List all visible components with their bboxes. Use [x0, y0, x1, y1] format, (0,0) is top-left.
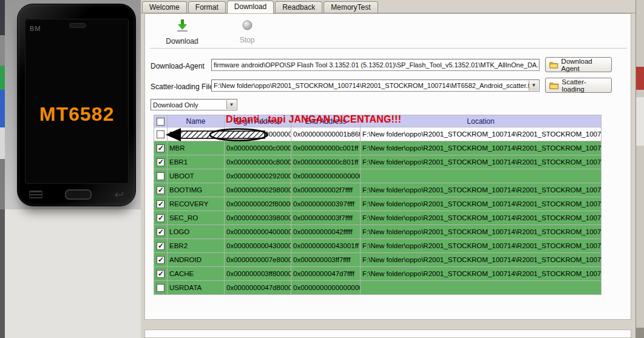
location-cell: F:\New folder\oppo\R2001_STOCKROM_100714… — [361, 239, 602, 253]
phone-speaker — [69, 23, 86, 28]
scatter-dropdown-arrow[interactable]: ▼ — [529, 81, 538, 90]
checkbox-cell — [154, 281, 168, 295]
location-cell — [361, 169, 602, 183]
toolbar-separator — [150, 48, 627, 49]
tab-download[interactable]: Download — [227, 1, 274, 13]
partition-checkbox-usrdata[interactable] — [157, 284, 164, 292]
scatter-label: Scatter-loading File — [151, 83, 213, 91]
checkbox-cell — [154, 225, 168, 239]
right-edge-red-segment — [636, 67, 644, 90]
tab-format[interactable]: Format — [188, 1, 226, 13]
partition-checkbox-logo[interactable] — [157, 228, 164, 236]
location-cell: F:\New folder\oppo\R2001_STOCKROM_100714… — [361, 197, 602, 211]
end-address-cell: 0x0000000047d7ffff — [291, 267, 361, 281]
stop-button[interactable]: Stop — [233, 20, 261, 44]
partition-checkbox-bootimg[interactable] — [157, 186, 164, 194]
end-address-cell: 0x0000000000c801ff — [291, 155, 361, 169]
tab-welcome[interactable]: Welcome — [142, 1, 187, 13]
download-agent-field[interactable]: firmware android\OPPO\SP Flash Tool 3.13… — [211, 59, 540, 71]
partition-checkbox-uboot[interactable] — [157, 172, 164, 180]
end-address-cell: 0x000000000397ffff — [291, 197, 361, 211]
end-address-cell: 0x0000000003f7ffff — [291, 211, 361, 225]
phone-panel: BM MT6582 ↩ — [5, 0, 141, 338]
checkbox-cell — [154, 169, 168, 183]
phone-nav-bar: ↩ — [18, 187, 135, 201]
begin-address-cell: 0x0000000002f80000 — [225, 197, 291, 211]
partition-row-usrdata: USRDATA0x0000000047d800000x0000000000000… — [154, 281, 602, 295]
annotation-warning-text: Diganti...tapi JANGAN DICENTANG!!! — [226, 114, 401, 125]
scatter-loading-button[interactable]: Scatter-loading — [545, 78, 612, 93]
download-agent-label: Download-Agent — [151, 62, 205, 70]
right-edge-dark-segment — [636, 328, 644, 338]
stop-button-label: Stop — [233, 36, 261, 44]
location-cell: F:\New folder\oppo\R2001_STOCKROM_100714… — [361, 127, 602, 141]
phone-brand-text: BM — [30, 25, 41, 32]
partition-checkbox-recovery[interactable] — [157, 200, 164, 208]
download-agent-button[interactable]: Download Agent — [545, 57, 612, 72]
location-cell: F:\New folder\oppo\R2001_STOCKROM_100714… — [361, 183, 602, 197]
partition-row-recovery: RECOVERY0x0000000002f800000x000000000397… — [154, 197, 602, 211]
end-address-cell: 0x0000000000000000 — [291, 281, 361, 295]
name-cell: USRDATA — [168, 281, 225, 295]
partition-table-body: PRELOADER0x00000000000000000x00000000000… — [154, 127, 602, 295]
begin-address-cell: 0x0000000004000000 — [225, 225, 291, 239]
phone-home-button — [65, 189, 92, 200]
name-cell: RECOVERY — [168, 197, 225, 211]
location-cell: F:\New folder\oppo\R2001_STOCKROM_100714… — [361, 225, 602, 239]
tab-readback[interactable]: Readback — [275, 1, 322, 13]
folder-icon — [549, 61, 558, 69]
checkbox-cell — [154, 183, 168, 197]
tab-memorytest[interactable]: MemoryTest — [324, 1, 378, 13]
partition-row-uboot: UBOOT0x00000000029200000x000000000000000… — [154, 169, 602, 183]
end-address-cell: 0x000000000001b86f — [291, 127, 361, 141]
end-address-cell: 0x0000000002f7ffff — [291, 183, 361, 197]
partition-checkbox-ebr2[interactable] — [157, 242, 164, 250]
location-cell — [361, 281, 602, 295]
phone-screen: BM MT6582 — [25, 19, 129, 184]
select-all-checkbox[interactable] — [157, 118, 164, 126]
mode-dropdown-arrow[interactable]: ▼ — [226, 100, 236, 109]
begin-address-cell: 0x0000000007e80000 — [225, 253, 291, 267]
scatter-loading-button-label: Scatter-loading — [562, 78, 608, 93]
end-address-cell: 0x0000000000c001ff — [291, 141, 361, 155]
phone-menu-icon — [29, 191, 42, 198]
checkbox-cell — [154, 267, 168, 281]
end-address-cell: 0x00000000043001ff — [291, 239, 361, 253]
panel-lower-background — [5, 209, 141, 338]
right-edge-strip — [636, 0, 644, 338]
name-cell: BOOTIMG — [168, 183, 225, 197]
name-cell: LOGO — [168, 225, 225, 239]
download-mode-select[interactable]: Download Only ▼ — [151, 99, 237, 110]
name-cell: EBR1 — [168, 155, 225, 169]
partition-row-ebr1: EBR10x0000000000c800000x0000000000c801ff… — [154, 155, 602, 169]
begin-address-cell: 0x0000000003980000 — [225, 211, 291, 225]
partition-row-android: ANDROID0x0000000007e800000x000000003ff7f… — [154, 253, 602, 267]
partition-checkbox-sec_ro[interactable] — [157, 214, 164, 222]
flash-tool-window: WelcomeFormatDownloadReadbackMemoryTest … — [141, 0, 636, 338]
name-cell: UBOOT — [168, 169, 225, 183]
partition-checkbox-cache[interactable] — [157, 270, 164, 278]
download-button[interactable]: Download — [163, 19, 201, 46]
checkbox-cell — [154, 239, 168, 253]
partition-checkbox-android[interactable] — [157, 256, 164, 264]
name-cell: SEC_RO — [168, 211, 225, 225]
folder-icon — [549, 81, 559, 89]
partition-checkbox-mbr[interactable] — [157, 144, 164, 152]
location-cell: F:\New folder\oppo\R2001_STOCKROM_100714… — [361, 211, 602, 225]
partition-row-logo: LOGO0x00000000040000000x00000000042fffff… — [154, 225, 602, 239]
begin-address-cell: 0x0000000004300000 — [225, 239, 291, 253]
begin-address-cell: 0x0000000002980000 — [225, 183, 291, 197]
partition-row-bootimg: BOOTIMG0x00000000029800000x0000000002f7f… — [154, 183, 602, 197]
partition-checkbox-ebr1[interactable] — [157, 158, 164, 166]
checkbox-cell — [154, 197, 168, 211]
scatter-file-field[interactable]: F:\New folder\oppo\R2001_STOCKROM_100714… — [211, 79, 540, 92]
stop-icon — [242, 20, 253, 30]
download-tab-panel: Download Stop Download-Agent firmware an… — [144, 13, 631, 320]
name-cell: ANDROID — [168, 253, 225, 267]
right-edge-light-segment — [636, 97, 644, 146]
begin-address-cell: 0x0000000000c80000 — [225, 155, 291, 169]
checkbox-cell — [154, 211, 168, 225]
checkbox-cell — [154, 155, 168, 169]
phone-image: BM MT6582 ↩ — [17, 4, 136, 206]
annotation-arrow — [163, 125, 273, 144]
